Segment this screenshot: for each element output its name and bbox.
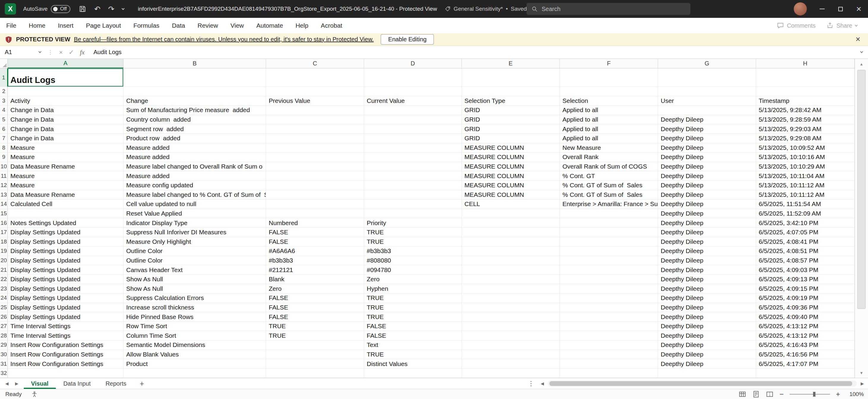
zoom-level[interactable]: 100% <box>846 391 864 398</box>
redo-icon[interactable]: ↷ <box>108 5 114 13</box>
grid-cell[interactable]: MEASURE COLUMN <box>462 162 560 172</box>
grid-cell[interactable]: 6/5/2025, 4:08:41 PM <box>756 237 855 247</box>
grid-cell[interactable] <box>560 218 658 228</box>
grid-cell[interactable] <box>364 171 462 181</box>
vertical-scroll-track[interactable] <box>855 69 868 368</box>
grid-cell[interactable] <box>462 322 560 331</box>
formula-bar-expand-icon[interactable] <box>860 50 863 53</box>
grid-cell[interactable]: Audit Logs <box>8 68 124 87</box>
grid-cell[interactable] <box>560 68 658 87</box>
grid-cell[interactable] <box>462 284 560 293</box>
save-icon[interactable] <box>79 5 86 13</box>
ribbon-tab-automate[interactable]: Automate <box>250 22 289 29</box>
row-number[interactable]: 13 <box>0 190 8 200</box>
search-box[interactable]: Search <box>527 3 690 15</box>
row-number[interactable]: 2 <box>0 87 8 96</box>
grid-cell[interactable]: Deepthy Dileep <box>658 265 756 275</box>
formula-cancel-icon[interactable]: × <box>59 49 63 55</box>
grid-cell[interactable]: Display Settings Updated <box>8 247 124 256</box>
row-number[interactable]: 22 <box>0 275 8 284</box>
grid-cell[interactable] <box>560 209 658 219</box>
grid-cell[interactable]: Row Time Sort <box>124 322 266 331</box>
grid-cell[interactable] <box>560 265 658 275</box>
grid-cell[interactable]: Display Settings Updated <box>8 312 124 322</box>
grid-cell[interactable]: 5/13/2025, 10:09:52 AM <box>756 143 855 153</box>
grid-cell[interactable]: Measure added <box>124 171 266 181</box>
grid-cell[interactable] <box>658 106 756 115</box>
grid-cell[interactable]: Deepthy Dileep <box>658 218 756 228</box>
ribbon-tab-insert[interactable]: Insert <box>52 22 80 29</box>
grid-cell[interactable]: Deepthy Dileep <box>658 322 756 331</box>
ribbon-tab-view[interactable]: View <box>224 22 250 29</box>
row-number[interactable]: 32 <box>0 369 8 378</box>
row-number[interactable]: 16 <box>0 218 8 228</box>
grid-cell[interactable]: Outline Color <box>124 256 266 265</box>
grid-cell[interactable]: Canvas Header Text <box>124 265 266 275</box>
row-number[interactable]: 7 <box>0 134 8 143</box>
grid-cell[interactable] <box>462 87 560 96</box>
grid-cell[interactable]: 6/5/2025, 4:09:19 PM <box>756 293 855 303</box>
horizontal-scroll-thumb[interactable] <box>549 381 852 386</box>
row-number[interactable]: 15 <box>0 209 8 219</box>
grid-cell[interactable]: Deepthy Dileep <box>658 237 756 247</box>
grid-cell[interactable]: Deepthy Dileep <box>658 331 756 340</box>
grid-cell[interactable]: User <box>658 96 756 106</box>
grid-cell[interactable] <box>364 209 462 219</box>
grid-cell[interactable]: Time Interval Settings <box>8 331 124 340</box>
grid-cell[interactable]: Reset Value Applied <box>124 209 266 219</box>
grid-cell[interactable]: 5/13/2025, 9:29:08 AM <box>756 134 855 143</box>
grid-cell[interactable]: Measure <box>8 143 124 153</box>
ribbon-tab-acrobat[interactable]: Acrobat <box>314 22 348 29</box>
grid-cell[interactable] <box>266 181 364 190</box>
ribbon-tab-file[interactable]: File <box>0 22 23 29</box>
grid-cell[interactable]: 6/5/2025, 4:08:57 PM <box>756 256 855 265</box>
column-header-f[interactable]: F <box>560 59 658 68</box>
grid-cell[interactable] <box>266 87 364 96</box>
grid-cell[interactable]: Selection Type <box>462 96 560 106</box>
grid-cell[interactable]: Deepthy Dileep <box>658 190 756 200</box>
grid-cell[interactable]: Semantic Model Dimensions <box>124 340 266 350</box>
grid-cell[interactable]: 5/13/2025, 9:29:03 AM <box>756 124 855 134</box>
grid-cell[interactable]: Deepthy Dileep <box>658 134 756 143</box>
scroll-right-icon[interactable]: ▶ <box>859 381 866 386</box>
grid-cell[interactable] <box>462 218 560 228</box>
grid-cell[interactable] <box>124 87 266 96</box>
grid-cell[interactable]: Column Time Sort <box>124 331 266 340</box>
grid-cell[interactable] <box>462 209 560 219</box>
grid-cell[interactable]: Display Settings Updated <box>8 256 124 265</box>
grid-cell[interactable]: FALSE <box>364 331 462 340</box>
grid-cell[interactable]: % Cont. GT <box>560 171 658 181</box>
add-sheet-button[interactable]: + <box>134 378 150 389</box>
grid-cell[interactable] <box>462 359 560 369</box>
minimize-button[interactable] <box>813 0 831 18</box>
grid-cell[interactable]: Deepthy Dileep <box>658 162 756 172</box>
horizontal-scroll-track[interactable] <box>548 380 857 387</box>
grid-cell[interactable] <box>462 237 560 247</box>
insert-function-icon[interactable]: fx <box>80 49 85 56</box>
grid-cell[interactable] <box>560 331 658 340</box>
grid-cell[interactable]: Selection <box>560 96 658 106</box>
ribbon-tab-home[interactable]: Home <box>23 22 52 29</box>
grid-cell[interactable]: TRUE <box>364 228 462 237</box>
grid-cell[interactable]: TRUE <box>266 331 364 340</box>
grid-cell[interactable] <box>462 265 560 275</box>
grid-cell[interactable]: TRUE <box>364 312 462 322</box>
grid-cell[interactable]: 6/5/2025, 4:09:13 PM <box>756 275 855 284</box>
grid-cell[interactable]: Deepthy Dileep <box>658 256 756 265</box>
formula-input[interactable]: Audit Logs <box>94 49 122 56</box>
row-number[interactable]: 14 <box>0 200 8 209</box>
name-box[interactable]: A1 <box>0 46 44 59</box>
grid-cell[interactable] <box>364 87 462 96</box>
grid-cell[interactable]: 6/5/2025, 4:08:51 PM <box>756 247 855 256</box>
ribbon-tab-help[interactable]: Help <box>289 22 314 29</box>
undo-icon[interactable]: ↶ <box>94 5 100 13</box>
grid-cell[interactable]: Display Settings Updated <box>8 284 124 293</box>
grid-cell[interactable] <box>266 115 364 124</box>
grid-cell[interactable]: Suppress Null Inforiver DI Measures <box>124 228 266 237</box>
grid-cell[interactable]: 6/5/2025, 4:09:03 PM <box>756 265 855 275</box>
grid-cell[interactable] <box>364 134 462 143</box>
row-number[interactable]: 3 <box>0 96 8 106</box>
grid-cell[interactable]: FALSE <box>266 228 364 237</box>
grid-cell[interactable]: 6/5/2025, 4:13:12 PM <box>756 322 855 331</box>
row-number[interactable]: 28 <box>0 331 8 340</box>
